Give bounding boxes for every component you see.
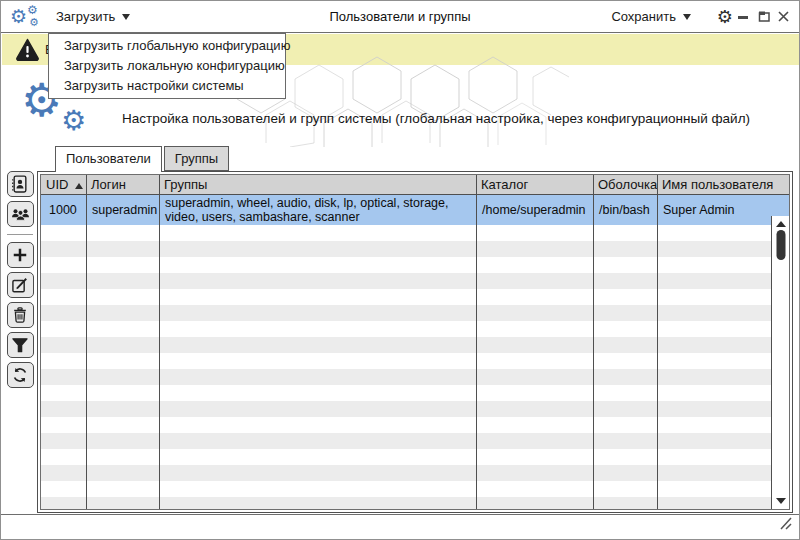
resize-grip[interactable]: [777, 517, 793, 535]
close-button[interactable]: [776, 9, 791, 24]
column-header-fullname[interactable]: Имя пользователя: [657, 175, 773, 194]
save-menu-label: Сохранить: [611, 9, 676, 24]
column-header-home[interactable]: Каталог: [476, 175, 593, 194]
maximize-button[interactable]: [756, 9, 771, 24]
cell-uid: 1000: [41, 195, 86, 225]
cell-login: superadmin: [86, 195, 159, 225]
plus-icon: [10, 245, 30, 265]
vertical-scrollbar[interactable]: [771, 216, 789, 509]
column-header-groups[interactable]: Группы: [159, 175, 476, 194]
users-table: UID Логин Группы Каталог Оболочка Имя по…: [37, 171, 793, 513]
users-table-grid: UID Логин Группы Каталог Оболочка Имя по…: [40, 174, 790, 510]
app-window: ⚙ ⚙ ⚙ Загрузить Пользователи и группы Со…: [0, 0, 800, 540]
title-bar: ⚙ ⚙ ⚙ Загрузить Пользователи и группы Со…: [1, 1, 799, 33]
menu-item-load-local[interactable]: Загрузить локальную конфигурацию: [49, 56, 285, 76]
load-menu-button[interactable]: Загрузить: [56, 1, 130, 32]
cell-fullname: Super Admin: [657, 195, 773, 225]
table-row-selected[interactable]: 1000 superadmin superadmin, wheel, audio…: [41, 195, 789, 225]
page-title: Пользователи и группы: [329, 1, 470, 32]
load-menu-label: Загрузить: [56, 9, 115, 24]
table-body: 1000 superadmin superadmin, wheel, audio…: [41, 195, 789, 509]
page-subtitle: Настройка пользователей и групп системы …: [122, 111, 750, 126]
column-header-uid[interactable]: UID: [41, 175, 86, 194]
cell-home: /home/superadmin: [476, 195, 593, 225]
status-bar: [1, 514, 799, 539]
chevron-down-icon: [122, 14, 130, 20]
add-button[interactable]: [7, 242, 34, 268]
save-menu-button[interactable]: Сохранить: [611, 1, 691, 32]
column-header-login[interactable]: Логин: [86, 175, 159, 194]
refresh-button[interactable]: [7, 362, 34, 388]
cell-groups: superadmin, wheel, audio, disk, lp, opti…: [159, 195, 476, 225]
sort-asc-icon: [75, 183, 83, 189]
empty-rows: [41, 225, 771, 509]
refresh-icon: [10, 365, 30, 385]
tab-users[interactable]: Пользователи: [55, 146, 162, 172]
cell-shell: /bin/bash: [593, 195, 657, 225]
tab-bar: Пользователи Группы: [55, 146, 229, 172]
table-header-row: UID Логин Группы Каталог Оболочка Имя по…: [41, 175, 789, 195]
side-toolbar: [6, 171, 34, 392]
settings-gear-icon[interactable]: ⚙: [717, 1, 733, 32]
scrollbar-thumb[interactable]: [776, 230, 785, 260]
scroll-down-icon[interactable]: [776, 498, 786, 504]
minimize-button[interactable]: [736, 9, 751, 24]
window-controls: [736, 1, 791, 32]
app-gears-icon: ⚙ ⚙ ⚙: [9, 3, 49, 31]
filter-icon: [10, 335, 30, 355]
edit-icon: [10, 275, 30, 295]
column-header-shell[interactable]: Оболочка: [593, 175, 657, 194]
chevron-down-icon: [683, 14, 691, 20]
menu-item-load-system[interactable]: Загрузить настройки системы: [49, 76, 285, 96]
trash-icon: [10, 305, 30, 325]
delete-button[interactable]: [7, 302, 34, 328]
edit-button[interactable]: [7, 272, 34, 298]
load-dropdown-menu: Загрузить глобальную конфигурацию Загруз…: [48, 33, 286, 99]
tab-groups[interactable]: Группы: [164, 146, 229, 171]
users-group-icon: [10, 204, 31, 224]
toolbar-separator: [7, 234, 33, 235]
menu-item-load-global[interactable]: Загрузить глобальную конфигурацию: [49, 36, 285, 56]
filter-button[interactable]: [7, 332, 34, 358]
scroll-up-icon[interactable]: [776, 221, 786, 227]
warning-icon: [15, 38, 40, 61]
address-book-icon: [10, 174, 30, 194]
address-book-button[interactable]: [7, 171, 34, 197]
users-group-button[interactable]: [7, 201, 34, 227]
